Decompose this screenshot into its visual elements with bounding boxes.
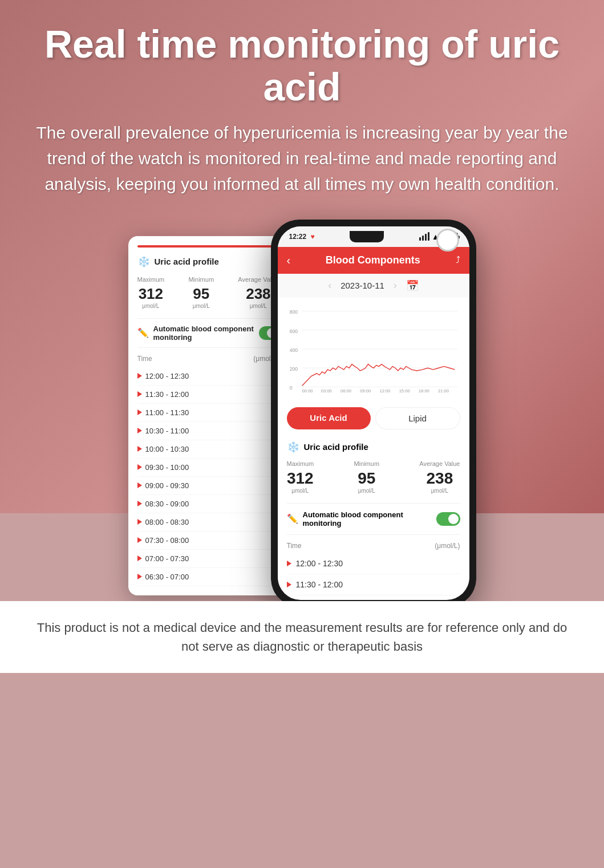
svg-text:18:00: 18:00 (418, 388, 429, 394)
left-profile-title: Uric acid profile (155, 257, 219, 266)
phone-triangle-icon (287, 582, 291, 587)
stat-minimum-label: Minimum (188, 276, 214, 283)
triangle-icon (137, 482, 142, 488)
phone-auto-text: Automatic blood component monitoring (303, 510, 436, 528)
list-item[interactable]: 11:00 - 11:30 (137, 404, 279, 422)
svg-text:21:00: 21:00 (438, 388, 449, 394)
phone-stat-maximum: Maximum 312 μmol/L (287, 460, 314, 494)
phone-time-slot-2: 11:30 - 12:00 (296, 580, 343, 589)
phone-time-slot-1: 12:00 - 12:30 (296, 559, 343, 568)
left-auto-monitor-row: ✏️ Automatic blood component monitoring (137, 318, 279, 348)
left-auto-monitor-text: Automatic blood component monitoring (153, 325, 260, 342)
left-stats-row: Maximum 312 μmol/L Minimum 95 μmol/L Ave… (137, 276, 279, 309)
triangle-icon (137, 464, 142, 470)
svg-text:800: 800 (289, 309, 298, 315)
date-row: ‹ 2023-10-11 › 📅 (278, 274, 469, 298)
auto-monitor-left: ✏️ Automatic blood component monitoring (137, 325, 260, 342)
svg-text:06:00: 06:00 (340, 388, 351, 394)
list-item[interactable]: 09:30 - 10:00 (137, 459, 279, 477)
phone-list-item[interactable]: 12:00 - 12:30 (287, 553, 460, 574)
notch (350, 231, 384, 242)
list-item[interactable]: 07:30 - 08:00 (137, 532, 279, 550)
status-time: 12:22 (289, 233, 307, 241)
triangle-icon (137, 373, 142, 379)
triangle-icon (137, 428, 142, 433)
phone-avg-label: Average Value (419, 460, 460, 467)
phone-min-value: 95 (354, 469, 379, 488)
next-date-button[interactable]: › (394, 279, 397, 291)
pencil-icon: ✏️ (137, 327, 149, 338)
back-button[interactable]: ‹ (287, 254, 291, 267)
phone-max-value: 312 (287, 469, 314, 488)
phone-toggle[interactable] (436, 512, 460, 526)
phone-wrapper: 12:22 ♥ ▲ (271, 220, 476, 607)
screen-title: Blood Components (290, 254, 455, 266)
list-item[interactable]: 09:00 - 09:30 (137, 477, 279, 495)
chart-area: 800 600 400 200 0 00:00 (278, 298, 469, 400)
signal-bar-2 (422, 236, 424, 241)
phone-unit-label: (μmol/L) (435, 542, 460, 550)
svg-text:15:00: 15:00 (399, 388, 410, 394)
app-header: ‹ Blood Components ⤴ (278, 247, 469, 274)
list-item[interactable]: 10:30 - 11:00 (137, 422, 279, 440)
signal-bar-4 (428, 232, 429, 241)
phone-min-label: Minimum (354, 460, 379, 467)
phone-stat-minimum: Minimum 95 μmol/L (354, 460, 379, 494)
phone-max-label: Maximum (287, 460, 314, 467)
current-date: 2023-10-11 (340, 281, 384, 290)
svg-text:12:00: 12:00 (379, 388, 390, 394)
profile-header: ❄️ Uric acid profile (137, 255, 279, 268)
phone-triangle-icon (287, 561, 291, 566)
share-icon[interactable]: ⤴ (456, 255, 460, 265)
hero-subtitle: The overall prevalence of hyperuricemia … (34, 120, 570, 197)
list-item[interactable]: 08:00 - 08:30 (137, 513, 279, 532)
list-item[interactable]: 06:30 - 07:00 (137, 568, 279, 586)
phone-pencil-icon: ✏️ (287, 513, 298, 524)
footer-section: This product is not a medical device and… (0, 601, 604, 673)
svg-text:03:00: 03:00 (321, 388, 331, 394)
stat-minimum-value: 95 (188, 285, 214, 303)
phone-inner: 12:22 ♥ ▲ (278, 226, 469, 600)
stat-minimum-unit: μmol/L (188, 303, 214, 309)
svg-text:400: 400 (289, 347, 298, 352)
list-item[interactable]: 11:30 - 12:00 (137, 386, 279, 404)
phone-auto-left: ✏️ Automatic blood component monitoring (287, 510, 436, 528)
prev-date-button[interactable]: ‹ (328, 279, 331, 291)
list-item[interactable]: 08:30 - 09:00 (137, 495, 279, 513)
svg-text:200: 200 (289, 366, 298, 372)
phone-auto-row: ✏️ Automatic blood component monitoring (287, 503, 460, 535)
heart-icon: ♥ (311, 233, 315, 241)
stat-maximum-label: Maximum (137, 276, 165, 283)
phone-snowflake-icon: ❄️ (287, 441, 299, 453)
stat-maximum: Maximum 312 μmol/L (137, 276, 165, 309)
triangle-icon (137, 537, 142, 543)
list-item[interactable]: 12:00 - 12:30 (137, 367, 279, 386)
tab-lipid[interactable]: Lipid (375, 407, 460, 429)
hero-title: Real time monitoring of uric acid (34, 23, 570, 108)
triangle-icon (137, 519, 142, 525)
triangle-icon (137, 501, 142, 506)
signal-bar-3 (425, 234, 427, 241)
svg-text:600: 600 (289, 328, 298, 334)
tab-uric-acid[interactable]: Uric Acid (287, 407, 371, 429)
phone-outer: 12:22 ♥ ▲ (271, 220, 476, 607)
phone-stat-average: Average Value 238 μmol/L (419, 460, 460, 494)
left-time-header: Time (μmol/L) (137, 355, 279, 363)
svg-text:09:00: 09:00 (360, 388, 371, 394)
phone-avg-unit: μmol/L (419, 488, 460, 494)
snowflake-icon: ❄️ (137, 255, 150, 268)
phone-content: ❄️ Uric acid profile Maximum 312 μmol/L … (278, 436, 469, 600)
calendar-icon[interactable]: 📅 (406, 279, 419, 292)
phone-stats-row: Maximum 312 μmol/L Minimum 95 μmol/L Ave… (287, 460, 460, 494)
list-item[interactable]: 10:00 - 10:30 (137, 440, 279, 459)
triangle-icon (137, 409, 142, 415)
phone-list-item[interactable]: 11:30 - 12:00 (287, 574, 460, 595)
phone-min-unit: μmol/L (354, 488, 379, 494)
chart-svg: 800 600 400 200 0 00:00 (287, 305, 460, 394)
list-item[interactable]: 07:00 - 07:30 (137, 550, 279, 568)
svg-text:00:00: 00:00 (302, 388, 313, 394)
stat-maximum-value: 312 (137, 285, 165, 303)
left-card: ❄️ Uric acid profile Maximum 312 μmol/L … (128, 236, 288, 595)
triangle-icon (137, 391, 142, 397)
phone-profile-title: Uric acid profile (304, 442, 368, 452)
